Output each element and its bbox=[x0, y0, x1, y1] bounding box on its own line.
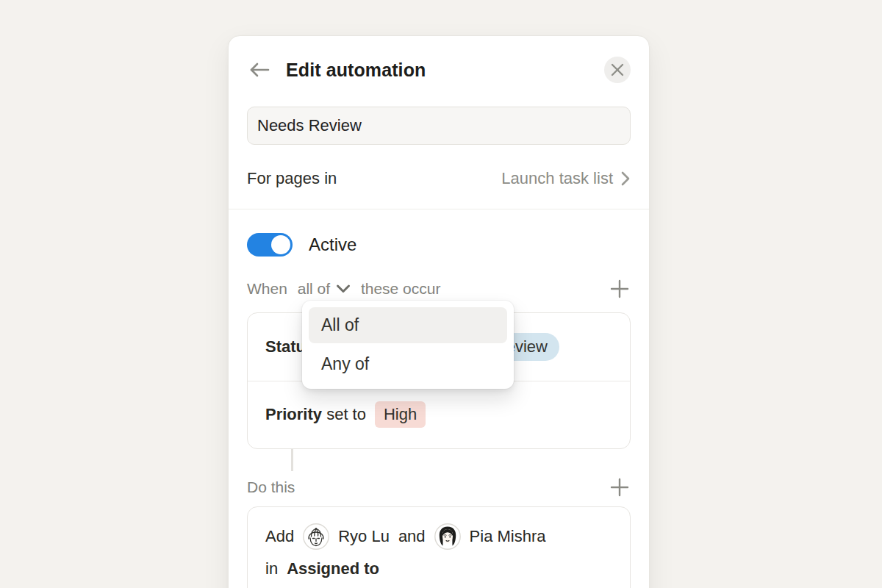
action-person-2: Pia Mishra bbox=[470, 527, 546, 546]
dialog-title: Edit automation bbox=[286, 60, 426, 81]
scope-row: For pages in Launch task list bbox=[247, 166, 631, 191]
action-target-property: Assigned to bbox=[287, 559, 379, 578]
scope-selector[interactable]: Launch task list bbox=[501, 169, 631, 188]
action-line-1: Add bbox=[265, 520, 612, 553]
close-icon bbox=[611, 63, 624, 76]
action-header-row: Do this bbox=[247, 477, 631, 498]
avatar-pia-mishra bbox=[434, 523, 461, 550]
condition-property: Priority bbox=[265, 405, 322, 423]
dialog-header: Edit automation bbox=[247, 55, 631, 85]
action-line-2: in Assigned to bbox=[265, 553, 612, 585]
active-label: Active bbox=[309, 234, 356, 255]
chevron-right-icon bbox=[620, 171, 631, 187]
menu-item-all-of[interactable]: All of bbox=[309, 307, 507, 343]
trigger-prefix: When bbox=[247, 280, 292, 298]
active-row: Active bbox=[247, 232, 631, 257]
action-person-1: Ryo Lu bbox=[338, 527, 390, 546]
scope-value: Launch task list bbox=[501, 169, 613, 188]
action-section-label: Do this bbox=[247, 478, 295, 496]
trigger-operator-control[interactable]: When all of these occur bbox=[247, 280, 440, 298]
scope-label: For pages in bbox=[247, 169, 337, 188]
back-arrow-icon bbox=[248, 61, 270, 79]
plus-icon bbox=[610, 279, 629, 298]
operator-dropdown-menu: All of Any of bbox=[302, 301, 514, 389]
trigger-suffix: these occur bbox=[356, 280, 440, 298]
condition-row-priority[interactable]: Priority set to High bbox=[248, 381, 630, 449]
trigger-operator: all of bbox=[298, 280, 330, 298]
plus-icon bbox=[610, 478, 629, 497]
add-trigger-button[interactable] bbox=[609, 278, 631, 300]
action-conjunction: and bbox=[398, 527, 426, 546]
close-button[interactable] bbox=[604, 57, 631, 83]
menu-item-any-of[interactable]: Any of bbox=[309, 346, 507, 382]
add-action-button[interactable] bbox=[609, 476, 631, 498]
flow-connector-line bbox=[291, 449, 293, 471]
edit-automation-dialog: Edit automation For pages in Launch task… bbox=[228, 35, 650, 588]
avatar-ryo-lu bbox=[303, 523, 329, 550]
active-toggle[interactable] bbox=[247, 233, 293, 257]
automation-name-input[interactable] bbox=[247, 107, 631, 145]
condition-text: Priority set to bbox=[265, 405, 366, 424]
section-divider bbox=[229, 209, 649, 209]
chevron-down-icon bbox=[336, 284, 351, 294]
condition-verb: set to bbox=[322, 405, 366, 423]
page-background: Edit automation For pages in Launch task… bbox=[0, 0, 882, 588]
back-button[interactable] bbox=[247, 57, 272, 82]
action-preposition: in bbox=[265, 559, 278, 578]
action-box[interactable]: Add bbox=[247, 506, 631, 588]
toggle-knob bbox=[271, 235, 290, 254]
priority-value-pill: High bbox=[375, 401, 426, 428]
trigger-header-row: When all of these occur bbox=[247, 279, 631, 299]
action-verb: Add bbox=[265, 527, 294, 546]
